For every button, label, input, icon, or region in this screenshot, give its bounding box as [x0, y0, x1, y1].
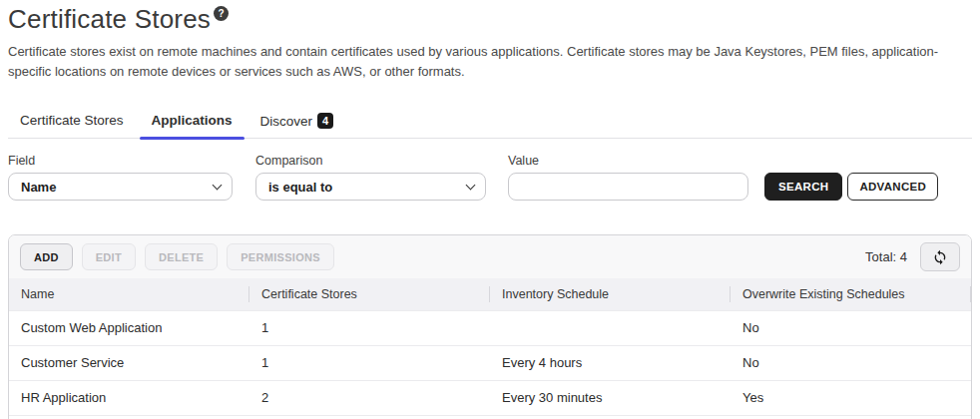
- add-button[interactable]: ADD: [20, 243, 73, 270]
- field-select[interactable]: Name: [8, 173, 233, 201]
- table-body: Custom Web Application1NoCustomer Servic…: [9, 311, 971, 419]
- table-cell: 1: [249, 416, 490, 419]
- applications-grid-card: ADD EDIT DELETE PERMISSIONS Total: 4 Nam…: [8, 234, 972, 419]
- column-header[interactable]: Name: [9, 278, 249, 311]
- table-cell: No: [731, 416, 971, 419]
- table-cell: Yes: [731, 381, 971, 416]
- value-input[interactable]: [508, 173, 748, 201]
- value-label: Value: [508, 154, 748, 168]
- search-filter-bar: Field Name Comparison is equal to Value …: [8, 154, 972, 201]
- table-row[interactable]: RFJKS1Every 20 minutesNo: [9, 416, 971, 419]
- table-cell: [490, 311, 731, 346]
- tab-discover-label: Discover: [260, 114, 313, 129]
- search-button[interactable]: SEARCH: [764, 173, 842, 201]
- refresh-icon: [932, 249, 948, 265]
- certificate-stores-page: Certificate Stores? Certificate stores e…: [0, 0, 980, 419]
- table-cell: RFJKS: [9, 416, 249, 419]
- table-cell: HR Application: [9, 381, 249, 416]
- help-icon[interactable]: ?: [214, 6, 229, 21]
- tab-discover[interactable]: Discover4: [248, 107, 346, 138]
- table-row[interactable]: Custom Web Application1No: [9, 311, 971, 346]
- page-description: Certificate stores exist on remote machi…: [8, 42, 972, 81]
- column-header[interactable]: Certificate Stores: [249, 278, 490, 311]
- delete-button: DELETE: [145, 243, 218, 270]
- column-header[interactable]: Inventory Schedule: [490, 278, 731, 311]
- table-row[interactable]: HR Application2Every 30 minutesYes: [9, 381, 971, 416]
- table-cell: Custom Web Application: [9, 311, 249, 346]
- comparison-label: Comparison: [255, 154, 486, 168]
- table-cell: No: [731, 346, 971, 381]
- refresh-button[interactable]: [920, 242, 960, 271]
- table-cell: Every 30 minutes: [490, 381, 731, 416]
- discover-count-badge: 4: [317, 113, 333, 129]
- tab-bar: Certificate Stores Applications Discover…: [8, 107, 972, 139]
- table-cell: Customer Service: [9, 346, 249, 381]
- grid-toolbar: ADD EDIT DELETE PERMISSIONS Total: 4: [9, 235, 971, 278]
- table-header-row: NameCertificate StoresInventory Schedule…: [9, 278, 971, 311]
- total-count: Total: 4: [865, 249, 907, 264]
- table-row[interactable]: Customer Service1Every 4 hoursNo: [9, 346, 971, 381]
- applications-table: NameCertificate StoresInventory Schedule…: [9, 278, 971, 419]
- tab-applications[interactable]: Applications: [140, 107, 245, 138]
- advanced-button[interactable]: ADVANCED: [847, 173, 938, 201]
- page-title: Certificate Stores: [8, 4, 211, 34]
- permissions-button: PERMISSIONS: [227, 243, 334, 270]
- title-row: Certificate Stores?: [8, 0, 972, 35]
- tab-certificate-stores[interactable]: Certificate Stores: [8, 107, 136, 138]
- table-cell: 1: [249, 311, 490, 346]
- comparison-select[interactable]: is equal to: [255, 173, 486, 201]
- table-cell: No: [731, 311, 971, 346]
- table-cell: Every 4 hours: [490, 346, 731, 381]
- column-header[interactable]: Overwrite Existing Schedules: [731, 278, 971, 311]
- edit-button: EDIT: [82, 243, 136, 270]
- field-label: Field: [8, 154, 233, 168]
- table-cell: 1: [249, 346, 490, 381]
- table-cell: Every 20 minutes: [490, 416, 731, 419]
- table-cell: 2: [249, 381, 490, 416]
